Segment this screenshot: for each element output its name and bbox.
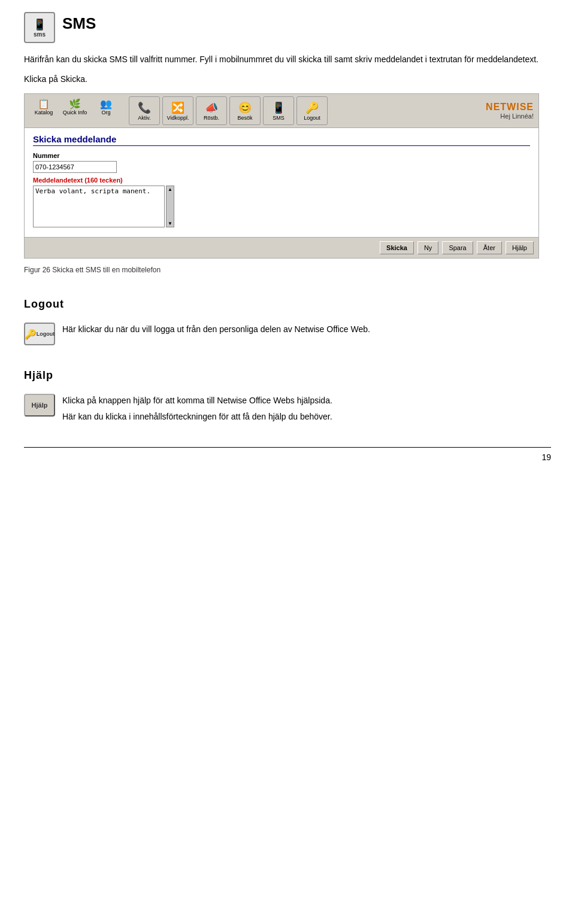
aktiv-icon: 📞 (138, 101, 151, 114)
logout-icon-box: 🔑 Logout (24, 323, 55, 345)
logout-text: Här klickar du när du vill logga ut från… (62, 323, 370, 336)
toolbar: 📋 Katalog 🌿 Quick Info 👥 Org 📞 Aktiv. 🔀 … (25, 94, 538, 128)
form-content-area: Skicka meddelande Nummer Meddelandetext … (25, 128, 538, 237)
form-action-buttons: Skicka Ny Spara Åter Hjälp (25, 237, 538, 258)
number-input[interactable] (33, 161, 117, 173)
logout-section: Logout 🔑 Logout Här klickar du när du vi… (24, 298, 551, 345)
message-textarea-wrapper: Verba volant, scripta manent. ▲ ▼ (33, 186, 530, 227)
hjalp-btn-label: Hjälp (32, 402, 48, 409)
toolbar-logout-btn[interactable]: 🔑 Logout (296, 96, 328, 125)
toolbar-besok-btn[interactable]: 😊 Besök (229, 96, 261, 125)
klicka-text: Klicka på Skicka. (24, 74, 551, 84)
hjalp-title: Hjälp (24, 369, 551, 382)
toolbar-katalog-btn[interactable]: 📋 Katalog (29, 98, 58, 123)
logo-area: NETWISE Hej Linnéa! (486, 102, 534, 120)
sms-intro-text: Härifrån kan du skicka SMS till valfritt… (24, 53, 551, 66)
vidkoppl-label: Vidkoppl. (167, 115, 189, 121)
katalog-label: Katalog (35, 110, 53, 116)
quickinfo-icon: 🌿 (69, 98, 81, 110)
form-title: Skicka meddelande (33, 134, 530, 146)
sms-icon-box: 📱 sms (24, 12, 55, 43)
greeting-text: Hej Linnéa! (491, 113, 534, 120)
scrollbar-up-icon[interactable]: ▲ (168, 187, 172, 192)
logout-toolbar-icon: 🔑 (305, 101, 319, 114)
hjalp-icon-row: Hjälp Klicka på knappen hjälp för att ko… (24, 394, 551, 423)
rostb-icon: 📣 (205, 101, 218, 114)
toolbar-org-btn[interactable]: 👥 Org (92, 98, 120, 123)
vidkoppl-icon: 🔀 (171, 101, 184, 114)
quickinfo-label: Quick Info (63, 110, 87, 116)
page-title: SMS (62, 14, 96, 33)
scrollbar-down-icon[interactable]: ▼ (168, 221, 172, 226)
toolbar-sms-btn[interactable]: 📱 SMS (263, 96, 294, 125)
hjalp-text-part2: Här kan du klicka i innehållsförteckning… (62, 410, 332, 423)
skicka-button[interactable]: Skicka (380, 241, 414, 254)
aktiv-label: Aktiv. (138, 115, 150, 121)
textarea-scrollbar[interactable]: ▲ ▼ (166, 186, 174, 227)
message-label: Meddelandetext (160 tecken) (33, 177, 530, 184)
figure-caption: Figur 26 Skicka ett SMS till en mobiltel… (24, 266, 551, 274)
sms-icon-label: sms (34, 31, 46, 38)
logout-icon-row: 🔑 Logout Här klickar du när du vill logg… (24, 323, 551, 345)
ny-button[interactable]: Ny (417, 241, 438, 254)
hjalp-text-part1: Klicka på knappen hjälp för att komma ti… (62, 394, 332, 407)
hjalp-text-block: Klicka på knappen hjälp för att komma ti… (62, 394, 332, 423)
org-label: Org (101, 110, 110, 116)
number-label: Nummer (33, 152, 530, 159)
page-number: 19 (541, 452, 551, 462)
toolbar-rostb-btn[interactable]: 📣 Röstb. (196, 96, 227, 125)
toolbar-vidkoppl-btn[interactable]: 🔀 Vidkoppl. (162, 96, 193, 125)
ater-button[interactable]: Åter (477, 241, 502, 254)
message-textarea[interactable]: Verba volant, scripta manent. (33, 186, 165, 227)
sms-icon: 📱 (33, 18, 46, 31)
hjalp-section: Hjälp Hjälp Klicka på knappen hjälp för … (24, 369, 551, 423)
hjalp-form-button[interactable]: Hjälp (506, 241, 534, 254)
rostb-label: Röstb. (204, 115, 219, 121)
toolbar-quickinfo-btn[interactable]: 🌿 Quick Info (60, 98, 89, 123)
besok-icon: 😊 (238, 101, 252, 114)
sms-section-header: 📱 sms SMS (24, 12, 551, 43)
sms-toolbar-icon: 📱 (272, 101, 285, 114)
logout-title: Logout (24, 298, 551, 311)
spara-button[interactable]: Spara (442, 241, 473, 254)
toolbar-aktiv-btn[interactable]: 📞 Aktiv. (129, 96, 160, 125)
logout-icon: 🔑 (25, 329, 37, 340)
netwise-logo: NETWISE (486, 102, 534, 113)
logout-icon-label: Logout (37, 331, 55, 337)
page-footer: 19 (24, 447, 551, 462)
katalog-icon: 📋 (38, 98, 50, 110)
org-icon: 👥 (100, 98, 112, 110)
logout-toolbar-label: Logout (304, 115, 320, 121)
screenshot-mockup: 📋 Katalog 🌿 Quick Info 👥 Org 📞 Aktiv. 🔀 … (24, 93, 539, 259)
besok-label: Besök (237, 115, 252, 121)
hjalp-icon-box[interactable]: Hjälp (24, 394, 55, 417)
sms-toolbar-label: SMS (273, 115, 285, 121)
